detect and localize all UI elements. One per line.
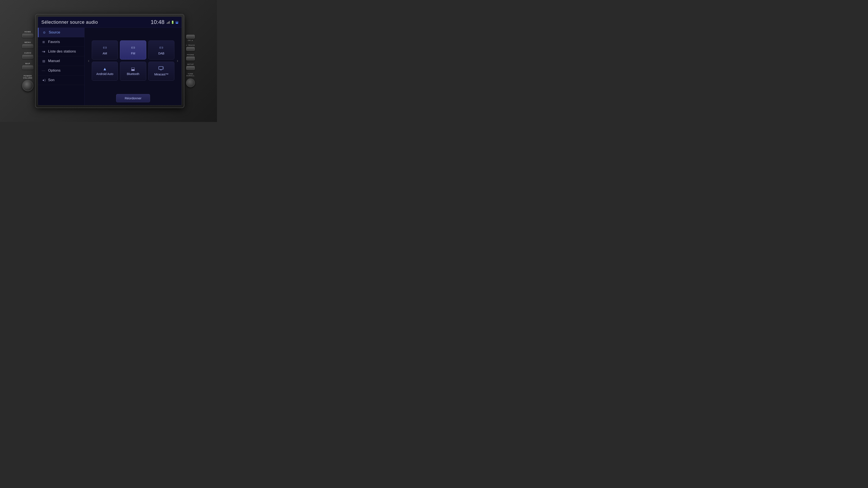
svg-text:((·)): ((·)) [131, 46, 135, 49]
content-area: ‹ ((·)) AM [85, 28, 182, 105]
bluetooth-icon: ⬓ [131, 67, 135, 71]
power-volume-area: POWER VOLUME [22, 75, 33, 91]
manuel-label: Manuel [48, 59, 60, 63]
source-btn-dab[interactable]: ((·)) DAB [148, 40, 175, 60]
am-radio-icon: ((·)) [102, 45, 107, 51]
screen-body: ⊙ Source ⊞ Favoris ≡◉ Liste des stations… [38, 28, 182, 105]
fm-radio-icon: ((·)) [130, 45, 136, 51]
phone-btn-group: PHONE [186, 54, 195, 60]
home-label: HOME [25, 31, 31, 33]
tune-scroll-group: TUNE SCROLL [186, 73, 195, 87]
home-btn-group: HOME [22, 31, 33, 37]
map-label: MAP [25, 63, 30, 65]
setup-button[interactable] [186, 66, 195, 70]
screen-bezel: Sélectionner source audio 10:48 🔋 ⬓ [35, 14, 184, 108]
reorder-button[interactable]: Réordonner [116, 94, 150, 102]
android-auto-label: Android Auto [96, 72, 113, 76]
map-button[interactable] [22, 65, 33, 69]
phone-label: PHONE [187, 54, 194, 56]
grid-nav-container: ‹ ((·)) AM [88, 31, 179, 90]
liste-icon: ≡◉ [41, 50, 46, 53]
source-icon: ⊙ [42, 31, 46, 34]
power-volume-knob[interactable] [22, 80, 33, 91]
audio-label: AUDIO [24, 52, 31, 54]
favoris-icon: ⊞ [41, 40, 46, 44]
track-button[interactable] [186, 47, 195, 51]
ch-button[interactable] [186, 35, 195, 38]
son-label: Son [48, 78, 55, 82]
liste-label: Liste des stations [48, 50, 76, 54]
dab-label: DAB [158, 52, 164, 55]
next-arrow[interactable]: › [177, 58, 178, 63]
svg-rect-3 [159, 66, 163, 69]
home-button[interactable] [22, 34, 33, 37]
map-btn-group: MAP [22, 63, 33, 69]
manuel-icon: ▤ [41, 59, 46, 63]
car-frame: HOME MENU AUDIO MAP POWER VOLUME Sélecti… [0, 0, 217, 122]
svg-text:((·)): ((·)) [103, 46, 107, 49]
left-controls: HOME MENU AUDIO MAP POWER VOLUME [22, 31, 33, 91]
power-volume-label: POWER VOLUME [23, 75, 33, 79]
tune-scroll-knob[interactable] [186, 78, 195, 87]
header-right: 10:48 🔋 ⬓ [151, 19, 178, 25]
menu-btn-group: MENU [22, 41, 33, 48]
menu-button[interactable] [22, 44, 33, 48]
source-btn-miracast[interactable]: Miracast™ [148, 62, 175, 81]
tune-scroll-label: TUNE SCROLL [186, 73, 195, 77]
source-btn-android-auto[interactable]: ▲ Android Auto [92, 62, 118, 81]
status-icons: 🔋 ⬓ [166, 21, 178, 24]
audio-button[interactable] [22, 55, 33, 59]
miracast-icon [158, 66, 164, 71]
son-icon: ◄) [41, 78, 46, 82]
source-btn-am[interactable]: ((·)) AM [92, 40, 118, 60]
setup-label: SETUP [187, 63, 194, 65]
source-grid: ((·)) AM ((·)) [92, 40, 175, 81]
source-btn-fm[interactable]: ((·)) FM [120, 40, 146, 60]
bluetooth-status-icon: ⬓ [176, 21, 178, 24]
fm-label: FM [131, 52, 135, 55]
right-controls: CH ▲ < TRACK PHONE SETUP TUNE SCROLL [186, 35, 195, 87]
sidebar-item-favoris[interactable]: ⊞ Favoris [38, 37, 84, 47]
sidebar-item-source[interactable]: ⊙ Source [38, 28, 84, 37]
sidebar-item-liste-stations[interactable]: ≡◉ Liste des stations [38, 47, 84, 56]
options-icon: ··· [41, 69, 46, 72]
screen-header: Sélectionner source audio 10:48 🔋 ⬓ [38, 17, 182, 28]
ch-label: CH ▲ [188, 39, 193, 41]
sidebar-item-options[interactable]: ··· Options [38, 66, 84, 75]
screen-title: Sélectionner source audio [41, 20, 98, 25]
sidebar-menu: ⊙ Source ⊞ Favoris ≡◉ Liste des stations… [38, 28, 85, 105]
sidebar-item-son[interactable]: ◄) Son [38, 75, 84, 85]
source-btn-bluetooth[interactable]: ⬓ Bluetooth [120, 62, 146, 81]
audio-btn-group: AUDIO [22, 52, 33, 59]
track-label: < TRACK [186, 44, 195, 46]
android-auto-icon: ▲ [103, 67, 107, 71]
ch-btn-group: CH ▲ [186, 35, 195, 41]
phone-button[interactable] [186, 57, 195, 60]
bluetooth-label: Bluetooth [127, 72, 139, 76]
setup-btn-group: SETUP [186, 63, 195, 70]
am-label: AM [102, 52, 107, 55]
content-wrapper: ‹ ((·)) AM [88, 31, 179, 102]
favoris-label: Favoris [48, 40, 60, 44]
options-label: Options [48, 68, 61, 73]
dab-radio-icon: ((·)) [158, 45, 164, 51]
infotainment-screen: Sélectionner source audio 10:48 🔋 ⬓ [38, 17, 182, 105]
clock-display: 10:48 [151, 19, 164, 25]
menu-label: MENU [25, 41, 31, 43]
sidebar-item-manuel[interactable]: ▤ Manuel [38, 56, 84, 66]
svg-text:((·)): ((·)) [159, 46, 163, 49]
signal-strength-icon [166, 21, 170, 24]
track-btn-group: < TRACK [186, 44, 195, 51]
reorder-container: Réordonner [88, 92, 179, 102]
prev-arrow[interactable]: ‹ [88, 58, 89, 63]
battery-icon: 🔋 [171, 21, 175, 24]
miracast-label: Miracast™ [154, 73, 168, 76]
source-label: Source [49, 30, 60, 35]
